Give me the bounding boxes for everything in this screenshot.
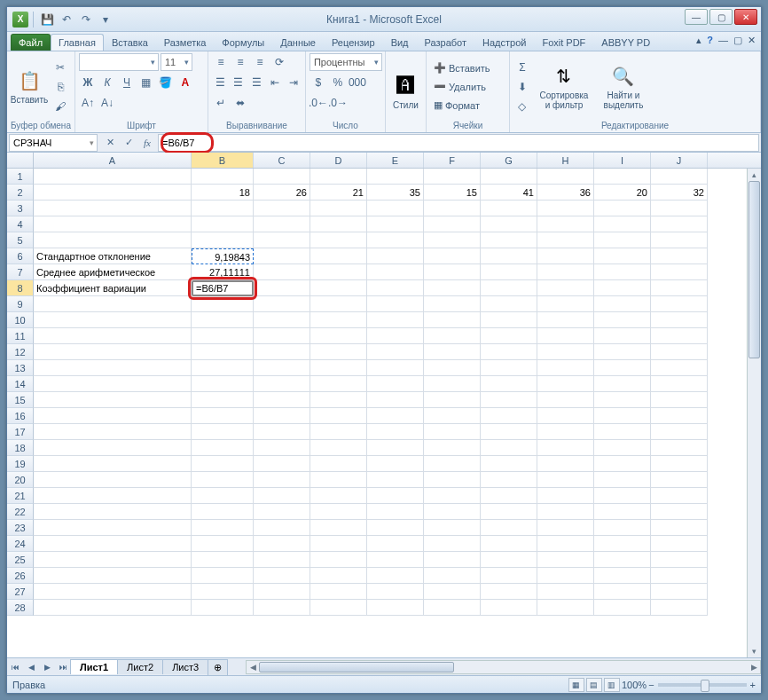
wrap-text-button[interactable]: ↵ bbox=[212, 94, 230, 112]
cell-A28[interactable] bbox=[34, 600, 192, 616]
cell-E20[interactable] bbox=[367, 472, 424, 488]
delete-cells-button[interactable]: ➖Удалить bbox=[430, 78, 505, 96]
cell-F22[interactable] bbox=[424, 504, 481, 520]
cell-H25[interactable] bbox=[537, 552, 594, 568]
cell-E18[interactable] bbox=[367, 440, 424, 456]
tab-developer[interactable]: Разработ bbox=[417, 34, 474, 51]
cell-F6[interactable] bbox=[424, 248, 481, 264]
cell-C22[interactable] bbox=[254, 504, 310, 520]
cell-I23[interactable] bbox=[594, 520, 651, 536]
cell-G28[interactable] bbox=[481, 600, 537, 616]
cell-B23[interactable] bbox=[192, 520, 254, 536]
cell-H27[interactable] bbox=[537, 584, 594, 600]
col-header-C[interactable]: C bbox=[254, 153, 310, 168]
hscroll-thumb[interactable] bbox=[259, 662, 454, 672]
cell-H11[interactable] bbox=[537, 328, 594, 344]
tab-file[interactable]: Файл bbox=[11, 34, 51, 51]
cell-G1[interactable] bbox=[481, 169, 537, 185]
cell-I7[interactable] bbox=[594, 264, 651, 280]
cell-J10[interactable] bbox=[651, 312, 708, 328]
col-header-B[interactable]: B bbox=[192, 153, 254, 168]
col-header-E[interactable]: E bbox=[367, 153, 424, 168]
cell-H19[interactable] bbox=[537, 456, 594, 472]
vscroll-thumb[interactable] bbox=[748, 181, 760, 358]
cell-F25[interactable] bbox=[424, 552, 481, 568]
cell-A13[interactable] bbox=[34, 360, 192, 376]
cell-G4[interactable] bbox=[481, 216, 537, 232]
cell-A25[interactable] bbox=[34, 552, 192, 568]
cell-D27[interactable] bbox=[310, 584, 367, 600]
vertical-scrollbar[interactable]: ▴ ▾ bbox=[747, 169, 761, 657]
font-size-select[interactable]: 11 bbox=[161, 53, 192, 71]
cell-I1[interactable] bbox=[594, 169, 651, 185]
sheet-first-button[interactable]: ⏮ bbox=[7, 659, 23, 675]
row-header[interactable]: 19 bbox=[7, 456, 34, 472]
cell-F17[interactable] bbox=[424, 424, 481, 440]
cell-J6[interactable] bbox=[651, 248, 708, 264]
row-header[interactable]: 24 bbox=[7, 536, 34, 552]
name-box[interactable]: СРЗНАЧ bbox=[9, 134, 98, 152]
cell-E19[interactable] bbox=[367, 456, 424, 472]
cell-F23[interactable] bbox=[424, 520, 481, 536]
close-button[interactable]: ✕ bbox=[734, 9, 757, 25]
cell-J16[interactable] bbox=[651, 408, 708, 424]
cell-E12[interactable] bbox=[367, 344, 424, 360]
row-header[interactable]: 21 bbox=[7, 488, 34, 504]
row-header[interactable]: 9 bbox=[7, 296, 34, 312]
cell-G24[interactable] bbox=[481, 536, 537, 552]
col-header-D[interactable]: D bbox=[310, 153, 367, 168]
qat-customize-button[interactable]: ▾ bbox=[97, 11, 114, 28]
ribbon-minimize-icon[interactable]: ▴ bbox=[696, 35, 701, 46]
cell-D21[interactable] bbox=[310, 488, 367, 504]
cell-G2[interactable]: 41 bbox=[481, 185, 537, 201]
cell-F4[interactable] bbox=[424, 216, 481, 232]
cell-E17[interactable] bbox=[367, 424, 424, 440]
cell-F1[interactable] bbox=[424, 169, 481, 185]
cell-G15[interactable] bbox=[481, 392, 537, 408]
help-icon[interactable]: ? bbox=[707, 35, 713, 46]
copy-button[interactable]: ⎘ bbox=[51, 78, 69, 96]
doc-minimize-button[interactable]: — bbox=[718, 35, 728, 46]
cell-G7[interactable] bbox=[481, 264, 537, 280]
cell-D12[interactable] bbox=[310, 344, 367, 360]
cell-A19[interactable] bbox=[34, 456, 192, 472]
underline-button[interactable]: Ч bbox=[118, 74, 136, 91]
sheet-next-button[interactable]: ▶ bbox=[39, 659, 55, 675]
cell-G18[interactable] bbox=[481, 440, 537, 456]
cell-G21[interactable] bbox=[481, 488, 537, 504]
cell-I19[interactable] bbox=[594, 456, 651, 472]
doc-restore-button[interactable]: ▢ bbox=[733, 35, 742, 46]
cell-C9[interactable] bbox=[254, 296, 310, 312]
cell-H5[interactable] bbox=[537, 232, 594, 248]
cell-H7[interactable] bbox=[537, 264, 594, 280]
align-right-button[interactable]: ☰ bbox=[248, 74, 265, 91]
cell-A12[interactable] bbox=[34, 344, 192, 360]
cell-G26[interactable] bbox=[481, 568, 537, 584]
tab-insert[interactable]: Вставка bbox=[104, 34, 156, 51]
cell-H3[interactable] bbox=[537, 201, 594, 216]
cell-E3[interactable] bbox=[367, 201, 424, 216]
cell-H24[interactable] bbox=[537, 536, 594, 552]
cell-A3[interactable] bbox=[34, 201, 192, 216]
cell-B3[interactable] bbox=[192, 201, 254, 216]
cell-D20[interactable] bbox=[310, 472, 367, 488]
cell-H8[interactable] bbox=[537, 280, 594, 296]
cell-H10[interactable] bbox=[537, 312, 594, 328]
row-header[interactable]: 12 bbox=[7, 344, 34, 360]
cell-I18[interactable] bbox=[594, 440, 651, 456]
formula-enter-button[interactable]: ✓ bbox=[120, 135, 137, 151]
cell-D9[interactable] bbox=[310, 296, 367, 312]
cell-G17[interactable] bbox=[481, 424, 537, 440]
redo-button[interactable]: ↷ bbox=[77, 11, 95, 28]
cell-E16[interactable] bbox=[367, 408, 424, 424]
cell-I5[interactable] bbox=[594, 232, 651, 248]
cell-D24[interactable] bbox=[310, 536, 367, 552]
align-left-button[interactable]: ☰ bbox=[212, 74, 229, 91]
row-header[interactable]: 25 bbox=[7, 552, 34, 568]
tab-addins[interactable]: Надстрой bbox=[474, 34, 534, 51]
insert-function-button[interactable]: fx bbox=[138, 135, 156, 151]
col-header-J[interactable]: J bbox=[651, 153, 708, 168]
cell-I21[interactable] bbox=[594, 488, 651, 504]
tab-formulas[interactable]: Формулы bbox=[214, 34, 272, 51]
row-header[interactable]: 6 bbox=[7, 248, 34, 264]
